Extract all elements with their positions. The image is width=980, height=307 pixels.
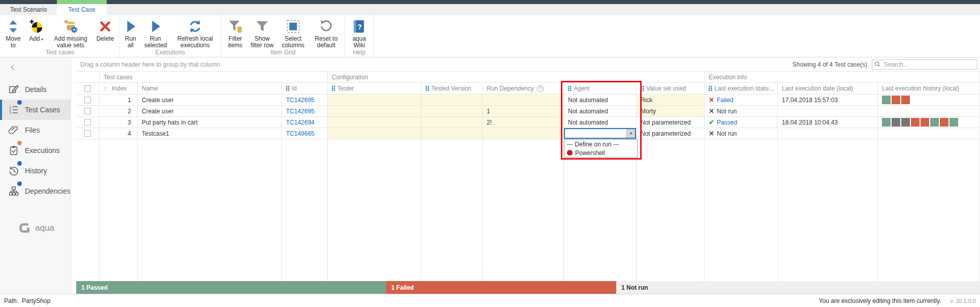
- cell-select: [76, 95, 100, 105]
- show-filter-row-button[interactable]: Show filter row: [248, 17, 276, 49]
- dropdown-button[interactable]: ▼: [626, 129, 635, 138]
- sidebar-item-executions[interactable]: Executions: [0, 140, 71, 161]
- band-test-cases: Test cases: [100, 72, 328, 82]
- ribbon-toolbar: Move toAdd ▾Add missing value setsDelete…: [0, 15, 980, 57]
- ribbon-group-item-grid: Filter itemsShow filter rowSelect column…: [222, 15, 345, 57]
- cell-last-execution-status: ✕Failed: [705, 95, 778, 105]
- sidebar-item-details[interactable]: Details: [0, 79, 71, 100]
- ribbon-group-label: Test cases: [3, 49, 117, 57]
- tab-test-scenario[interactable]: Test Scenario: [0, 4, 57, 15]
- tab-test-case[interactable]: Test Case: [57, 4, 107, 15]
- test-case-id-link[interactable]: TC149665: [286, 130, 314, 137]
- sort-ascending-icon: ↑: [104, 85, 107, 92]
- test-case-id-link[interactable]: TC142695: [286, 108, 314, 115]
- column-drag-icon: [332, 86, 335, 91]
- ribbon-button-label: Filter items: [224, 36, 247, 49]
- column-header-row: ↑IndexNameIdTesterTested VersionRun Depe…: [76, 83, 980, 95]
- aqua-wiki-button[interactable]: ?aqua Wiki: [347, 17, 371, 49]
- column-header-label: Agent: [574, 85, 589, 92]
- cell-last-execution-status: ✕Not run: [705, 128, 778, 139]
- add-missing-value-sets-button[interactable]: Add missing value sets: [49, 17, 92, 49]
- collapse-sidebar-button[interactable]: [9, 64, 17, 73]
- clipboard-check-icon: [8, 145, 19, 156]
- empty-column-area: [422, 139, 483, 281]
- execution-status-label[interactable]: Passed: [717, 119, 737, 126]
- sidebar-item-test-cases[interactable]: 123 Test Cases: [0, 100, 71, 120]
- test-case-id-link[interactable]: TC142695: [286, 97, 314, 104]
- cell-id: TC149665: [282, 128, 328, 139]
- column-header-last-execution-date-local-[interactable]: Last execution date (local): [778, 83, 878, 94]
- history-square-green: [882, 118, 891, 127]
- column-header-last-execution-history-local-[interactable]: Last execution history (local): [878, 83, 980, 94]
- path-label: Path:: [4, 297, 18, 304]
- ribbon-group-label: Item Grid: [223, 49, 343, 57]
- delete-button[interactable]: Delete: [93, 17, 117, 42]
- empty-column-area: [328, 139, 422, 281]
- select-columns-button[interactable]: Select columns: [277, 17, 309, 49]
- select-columns-icon: [286, 17, 301, 36]
- test-case-id-link[interactable]: TC142694: [286, 119, 314, 126]
- run-all-button[interactable]: Run all: [121, 17, 140, 49]
- execution-status-label[interactable]: Failed: [717, 97, 734, 104]
- add-button[interactable]: Add ▾: [24, 17, 48, 43]
- notification-dot: [17, 141, 22, 145]
- dropdown-item-label: Powershell: [575, 149, 605, 157]
- table-row[interactable]: 3Put party hats in cartTC1426942!Not aut…: [76, 117, 980, 128]
- agent-editor-value[interactable]: [565, 129, 626, 138]
- table-row[interactable]: 1Create userTC142695Not automatedRick✕Fa…: [76, 95, 980, 106]
- ribbon-button-label: Add missing value sets: [49, 36, 92, 49]
- reset-to-default-button[interactable]: Reset to default: [310, 17, 342, 49]
- table-row[interactable]: 2Create userTC1426951Not automatedMorty✕…: [76, 106, 980, 117]
- column-header-label: Index: [112, 85, 127, 92]
- column-header-label: Last execution date (local): [782, 85, 853, 92]
- column-header-index[interactable]: ↑Index: [100, 83, 138, 94]
- dropdown-item-define-on-run[interactable]: --- Define on run ---: [564, 140, 637, 148]
- sidebar-item-label: Files: [25, 126, 40, 134]
- move-to-button[interactable]: Move to: [3, 17, 23, 49]
- edit-details-icon: [8, 84, 19, 95]
- search-input[interactable]: [883, 60, 975, 69]
- refresh-local-executions-button[interactable]: Refresh local executions: [171, 17, 219, 49]
- cell-value-set-used: Not parameterized: [637, 117, 705, 128]
- column-header-value-set-used[interactable]: Value set used: [637, 83, 705, 94]
- column-header-label: Tested Version: [431, 85, 471, 92]
- sidebar-item-files[interactable]: Files: [0, 120, 71, 140]
- agent-editor-input[interactable]: ▼: [564, 128, 636, 139]
- sidebar-item-history[interactable]: History: [0, 161, 71, 181]
- row-checkbox[interactable]: [84, 119, 91, 126]
- empty-column-area: [878, 139, 980, 281]
- column-header-last-execution-statu-[interactable]: Last execution statu...: [705, 83, 778, 94]
- history-square-gray: [892, 118, 900, 127]
- dropdown-item-powershell[interactable]: Powershell: [564, 148, 637, 157]
- cell-last-execution-date: 18.04.2018 10:04:43: [778, 117, 878, 128]
- row-checkbox[interactable]: [84, 130, 91, 137]
- run-icon: [148, 17, 163, 36]
- column-header-tester[interactable]: Tester: [328, 83, 422, 94]
- ribbon-button-label: Move to: [3, 36, 23, 49]
- ribbon-group-label: Executions: [121, 49, 219, 57]
- history-square-green: [882, 96, 891, 104]
- cell-agent: Not automated: [564, 106, 637, 116]
- summary-failed-segment: 1 Failed: [386, 281, 616, 294]
- history-square-red: [901, 96, 910, 104]
- row-checkbox[interactable]: [84, 97, 91, 103]
- cell-name: Create user: [138, 106, 282, 116]
- column-header-run-dependency[interactable]: Run Dependency?: [483, 83, 564, 94]
- filter-items-button[interactable]: Filter items: [224, 17, 247, 49]
- history-square-green: [950, 118, 958, 127]
- column-header-agent[interactable]: Agent: [564, 83, 637, 94]
- run-selected-button[interactable]: Run selected: [141, 17, 170, 49]
- column-header-name[interactable]: Name: [138, 83, 282, 94]
- sidebar-item-dependencies[interactable]: Dependencies: [0, 181, 71, 201]
- column-header-tested-version[interactable]: Tested Version: [422, 83, 483, 94]
- cell-run-dependency: [483, 128, 564, 139]
- delete-icon: [98, 17, 113, 36]
- select-all-checkbox[interactable]: [84, 85, 91, 92]
- column-header-id[interactable]: Id: [282, 83, 328, 94]
- cell-tested-version: [422, 117, 483, 128]
- group-by-bar[interactable]: Drag a column header here to group by th…: [76, 57, 980, 72]
- row-checkbox[interactable]: [84, 108, 91, 114]
- table-row[interactable]: 4Testcase1TC149665▼Not parameterized✕Not…: [76, 128, 980, 139]
- search-box[interactable]: [872, 59, 977, 70]
- cell-index: 4: [100, 128, 138, 139]
